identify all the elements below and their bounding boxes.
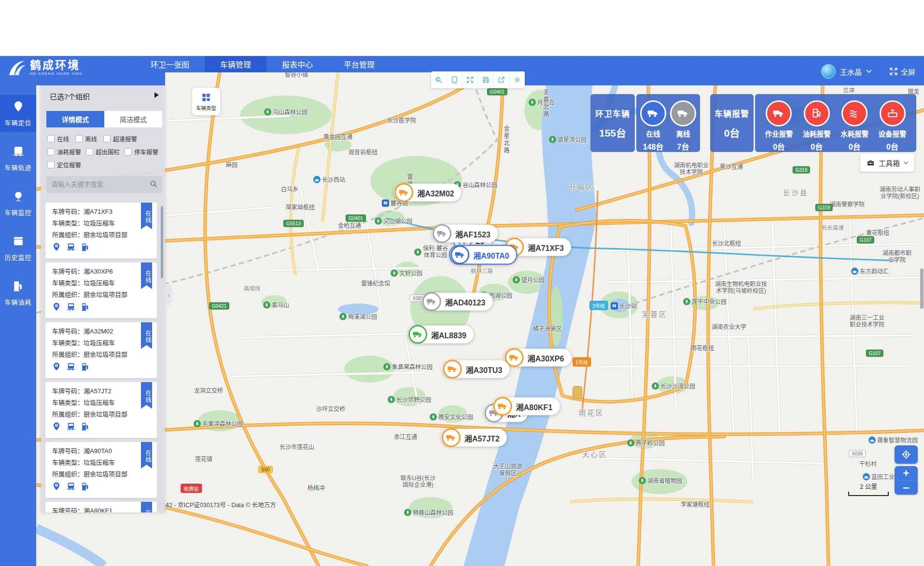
vehicle-card[interactable]: 车牌号码：湘A90TA0车辆类型：垃圾压缩车所属组织：厨余垃圾项目部在线 <box>45 442 157 498</box>
org-summary[interactable]: 已选7个组织 <box>50 91 90 101</box>
pin-car-icon[interactable] <box>52 422 61 433</box>
bus-icon[interactable] <box>66 242 76 254</box>
org-expand-arrow-icon[interactable] <box>154 92 159 98</box>
fuel-icon[interactable] <box>81 302 90 314</box>
tab-详情模式[interactable]: 详情模式 <box>46 111 104 127</box>
map-label-湖南劳动人事职: 湖南劳动人事职业学院(新校区) <box>880 186 920 200</box>
filter-超出围栏[interactable]: 超出围栏 <box>86 147 122 156</box>
stat-alarm-total[interactable]: 车辆报警 0台 <box>710 94 754 152</box>
vehicle-card[interactable]: 车牌号码：湘A57JT2车辆类型：垃圾压缩车所属组织：厨余垃圾项目部在线 <box>45 382 157 438</box>
vehicle-card-actions <box>45 418 157 438</box>
checkbox[interactable] <box>86 148 93 155</box>
filter-label: 超速报警 <box>113 134 137 143</box>
sidebar-item-车辆轨迹[interactable]: 车辆轨迹 <box>0 140 36 177</box>
avatar[interactable] <box>821 64 836 79</box>
chevron-down-icon[interactable] <box>866 69 872 73</box>
vehicle-marker-湘A30XP6[interactable]: 湘A30XP6 <box>504 349 572 367</box>
filter-定位报警[interactable]: 定位报警 <box>47 160 84 169</box>
checkbox[interactable] <box>103 135 111 142</box>
toolbar-zoom-search-icon[interactable] <box>431 71 447 88</box>
vehicle-marker-湘AF1523[interactable]: 湘AF1523 <box>432 225 498 243</box>
vehicle-marker-湘AD40123[interactable]: 湘AD40123 <box>422 293 493 311</box>
toolbar-expand-icon[interactable] <box>462 71 478 88</box>
sidebar-item-车辆油耗[interactable]: 车辆油耗 <box>0 275 36 311</box>
filter-离线[interactable]: 离线 <box>75 134 100 143</box>
toolbar-save-icon[interactable] <box>478 71 494 88</box>
vehicle-marker-湘A90TA0[interactable]: 湘A90TA0 <box>449 245 517 265</box>
pin-car-icon[interactable] <box>52 302 61 314</box>
filter-停车报警[interactable]: 停车报警 <box>125 147 160 156</box>
locate-button[interactable] <box>895 445 918 464</box>
vehicle-marker-湘A30TU3[interactable]: 湘A30TU3 <box>443 360 510 378</box>
vehicle-type-button[interactable]: 车辆类型 <box>192 88 220 115</box>
nav-tab-报表中心[interactable]: 报表中心 <box>266 56 328 72</box>
bus-icon[interactable] <box>66 362 76 373</box>
filter-油耗报警[interactable]: 油耗报警 <box>47 147 83 156</box>
list-scrollbar[interactable] <box>161 206 163 278</box>
filter-在线[interactable]: 在线 <box>47 134 72 143</box>
zoom-in-button[interactable]: + <box>895 466 918 481</box>
user-name[interactable]: 王水晶 <box>840 67 862 77</box>
bus-icon[interactable] <box>66 302 76 314</box>
stat-online-offline[interactable]: 在线148台离线7台 <box>636 94 700 152</box>
nav-tab-车辆管理[interactable]: 车辆管理 <box>205 56 266 72</box>
map-label-长沙市莲花山: 长沙市莲花山 <box>280 444 314 451</box>
stat-circle-value: 0台 <box>886 140 898 152</box>
sidebar-item-车辆定位[interactable]: 车辆定位 <box>0 95 36 132</box>
fullscreen-button[interactable]: 全屏 <box>889 67 915 77</box>
search-icon[interactable] <box>150 180 157 190</box>
vehicle-marker-湘A32M02[interactable]: 湘A32M02 <box>394 184 461 202</box>
vehicle-marker-湘AL8839[interactable]: 湘AL8839 <box>408 326 474 344</box>
vehicle-card[interactable]: 车牌号码：湘A30XP6车辆类型：垃圾压缩车所属组织：厨余垃圾项目部在线 <box>45 262 157 318</box>
pin-car-icon[interactable] <box>52 242 61 254</box>
map-label-毛栗冲森林公园: 毛栗冲森林公园 <box>194 420 243 428</box>
bus-icon[interactable] <box>66 422 76 433</box>
truck-icon <box>450 246 469 264</box>
stat-alarm-breakdown[interactable]: 作业报警0台油耗报警0台水耗报警0台设备报警0台 <box>755 94 916 152</box>
map-label-text: 杨梅冲 <box>308 485 325 492</box>
filter-超速报警[interactable]: 超速报警 <box>103 134 145 143</box>
vehicle-card[interactable]: 车牌号码：湘A71XF3车辆类型：垃圾压缩车所属组织：厨余垃圾项目部在线 <box>45 203 157 259</box>
map-toolbar <box>431 71 525 88</box>
stat-fleet-total[interactable]: 环卫车辆 155台 <box>590 94 635 152</box>
vehicle-card[interactable]: 车牌号码：湘A32M02车辆类型：垃圾压缩车所属组织：厨余垃圾项目部在线 <box>45 322 157 378</box>
fuel-icon[interactable] <box>81 242 90 254</box>
nav-tab-环卫一张图[interactable]: 环卫一张图 <box>135 56 205 72</box>
bus-icon[interactable] <box>66 482 76 493</box>
checkbox[interactable] <box>47 148 55 155</box>
stat-circle-value: 7台 <box>677 140 689 152</box>
map-label-text: 文轩公园 <box>399 270 422 276</box>
map-label-text: 长沙市莲花山 <box>280 444 314 451</box>
toolbox-button[interactable]: 工具箱 <box>860 153 914 172</box>
truck-icon <box>670 100 696 126</box>
fuel-icon[interactable] <box>81 362 90 373</box>
vehicle-list: 车牌号码：湘A71XF3车辆类型：垃圾压缩车所属组织：厨余垃圾项目部在线车牌号码… <box>44 203 162 512</box>
map-label-湖南三一工业: 湖南三一工业职业技术学院 <box>850 315 884 328</box>
pin-car-icon[interactable] <box>52 362 61 373</box>
checkbox[interactable] <box>75 135 83 142</box>
search-input[interactable] <box>46 181 150 188</box>
page-scrollbar-thumb[interactable] <box>920 268 924 309</box>
zoom-out-button[interactable]: − <box>895 481 918 495</box>
panel-collapse-handle[interactable]: ‹ <box>165 284 172 306</box>
vehicle-type-grid-icon <box>201 92 211 103</box>
nav-tab-平台管理[interactable]: 平台管理 <box>328 56 390 72</box>
fuel-icon[interactable] <box>81 482 90 493</box>
park-icon <box>529 99 536 106</box>
checkbox[interactable] <box>125 148 132 155</box>
vehicle-plate: 车牌号码：湘A32M02 <box>45 322 157 335</box>
vehicle-marker-湘A80KF1[interactable]: 湘A80KF1 <box>493 398 560 415</box>
checkbox[interactable] <box>47 135 55 142</box>
fuel-icon[interactable] <box>81 422 90 433</box>
tab-简洁模式[interactable]: 简洁模式 <box>104 111 162 127</box>
pin-car-icon[interactable] <box>52 482 61 493</box>
sidebar-item-历史监控[interactable]: 历史监控 <box>0 230 36 266</box>
vehicle-card[interactable]: 车牌号码：湘A80KF1车辆类型：垃圾压缩车所属组织：厨余垃圾项目部在线 <box>45 502 157 512</box>
vehicle-marker-湘A57JT2[interactable]: 湘A57JT2 <box>441 429 507 447</box>
checkbox[interactable] <box>47 161 55 168</box>
sidebar-item-车辆监控[interactable]: 车辆监控 <box>0 185 36 221</box>
toolbar-export-icon[interactable] <box>494 71 510 88</box>
toolbar-tablet-icon[interactable] <box>447 71 463 88</box>
stat-circle-label: 油耗报警 <box>803 128 831 138</box>
toolbar-settings-icon[interactable] <box>510 71 525 88</box>
